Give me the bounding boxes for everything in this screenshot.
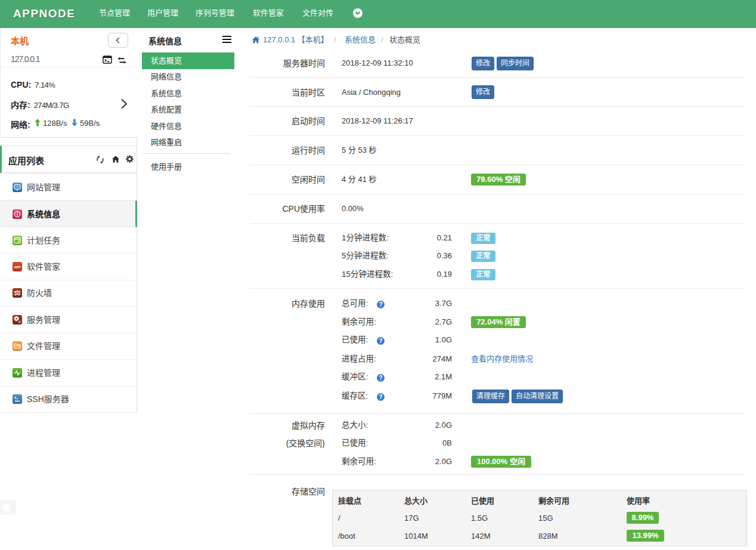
svg-text:SSH: SSH: [15, 400, 20, 403]
svg-text:APP: APP: [14, 265, 21, 269]
